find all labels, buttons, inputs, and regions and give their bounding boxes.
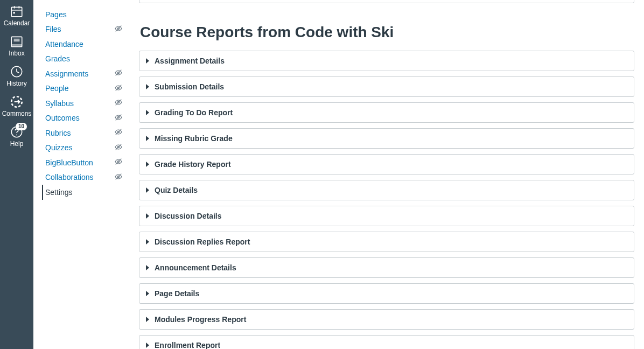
- report-label: Announcement Details: [155, 263, 236, 272]
- report-row[interactable]: Discussion Replies Report: [139, 232, 634, 252]
- course-nav-link[interactable]: Outcomes: [45, 114, 80, 122]
- nav-help[interactable]: 10 Help: [0, 122, 33, 152]
- disclosure-triangle-icon: [146, 136, 149, 141]
- report-label: Assignment Details: [155, 57, 225, 65]
- calendar-icon: [10, 4, 24, 18]
- disclosure-triangle-icon: [146, 343, 149, 348]
- help-badge: 10: [16, 123, 27, 130]
- reports-list: Assignment DetailsSubmission DetailsGrad…: [139, 51, 634, 349]
- hidden-icon: [114, 24, 123, 34]
- hidden-icon: [114, 98, 123, 108]
- svg-line-11: [17, 72, 19, 73]
- disclosure-triangle-icon: [146, 84, 149, 89]
- course-nav-item[interactable]: Attendance: [45, 37, 129, 52]
- course-nav-link[interactable]: Pages: [45, 10, 67, 19]
- nav-history[interactable]: History: [0, 61, 33, 92]
- course-nav-link[interactable]: BigBlueButton: [45, 158, 93, 167]
- report-row[interactable]: Quiz Details: [139, 180, 634, 200]
- report-row[interactable]: Modules Progress Report: [139, 309, 634, 330]
- inbox-icon: [10, 34, 24, 48]
- disclosure-triangle-icon: [146, 291, 149, 296]
- course-nav-link[interactable]: Assignments: [45, 69, 88, 78]
- course-nav-link[interactable]: People: [45, 84, 69, 93]
- disclosure-triangle-icon: [146, 239, 149, 245]
- course-nav: PagesFilesAttendanceGradesAssignmentsPeo…: [33, 0, 129, 349]
- hidden-icon: [114, 68, 123, 79]
- nav-help-label: Help: [10, 140, 24, 148]
- disclosure-triangle-icon: [146, 213, 149, 219]
- nav-inbox-label: Inbox: [9, 50, 24, 57]
- course-nav-item[interactable]: Settings: [42, 185, 129, 200]
- history-icon: [10, 65, 24, 79]
- report-row[interactable]: Grading To Do Report: [139, 102, 634, 123]
- course-nav-item[interactable]: People: [45, 81, 129, 96]
- course-nav-item[interactable]: Quizzes: [45, 141, 129, 156]
- hidden-icon: [114, 143, 123, 153]
- course-nav-item[interactable]: Assignments: [45, 66, 129, 81]
- nav-commons-label: Commons: [2, 110, 32, 117]
- disclosure-triangle-icon: [146, 58, 149, 64]
- report-label: Page Details: [155, 289, 199, 298]
- disclosure-triangle-icon: [146, 162, 149, 167]
- hidden-icon: [114, 172, 123, 183]
- report-row[interactable]: Discussion Details: [139, 206, 634, 226]
- nav-calendar-label: Calendar: [4, 19, 30, 27]
- course-nav-item[interactable]: Grades: [45, 52, 129, 67]
- svg-rect-0: [11, 7, 22, 16]
- main-content: Course Reports from Code with Ski Assign…: [129, 0, 644, 349]
- report-label: Discussion Replies Report: [155, 238, 250, 246]
- report-row[interactable]: Page Details: [139, 283, 634, 304]
- course-nav-list: PagesFilesAttendanceGradesAssignmentsPeo…: [45, 7, 129, 200]
- report-row[interactable]: Enrollment Report: [139, 335, 634, 349]
- report-label: Enrollment Report: [155, 341, 220, 349]
- disclosure-triangle-icon: [146, 265, 149, 270]
- commons-icon: [10, 95, 24, 109]
- report-label: Missing Rubric Grade: [155, 134, 233, 143]
- hidden-icon: [114, 83, 123, 94]
- disclosure-triangle-icon: [146, 110, 149, 115]
- disclosure-triangle-icon: [146, 187, 149, 193]
- report-label: Submission Details: [155, 82, 224, 91]
- course-nav-link[interactable]: Attendance: [45, 40, 83, 48]
- hidden-icon: [114, 113, 123, 123]
- report-label: Grading To Do Report: [155, 108, 233, 117]
- svg-point-14: [16, 135, 17, 136]
- report-label: Grade History Report: [155, 160, 231, 169]
- course-nav-item[interactable]: BigBlueButton: [45, 155, 129, 170]
- hidden-icon: [114, 128, 123, 138]
- report-row[interactable]: Assignment Details: [139, 51, 634, 71]
- report-row[interactable]: Announcement Details: [139, 257, 634, 278]
- nav-commons[interactable]: Commons: [0, 92, 33, 122]
- course-nav-link[interactable]: Quizzes: [45, 143, 73, 152]
- nav-history-label: History: [6, 80, 26, 87]
- course-nav-link[interactable]: Collaborations: [45, 173, 94, 182]
- course-nav-item[interactable]: Outcomes: [45, 111, 129, 126]
- course-nav-item[interactable]: Pages: [45, 7, 129, 22]
- report-row[interactable]: Submission Details: [139, 76, 634, 97]
- course-nav-link[interactable]: Syllabus: [45, 99, 74, 108]
- course-nav-item[interactable]: Collaborations: [45, 170, 129, 185]
- svg-rect-4: [13, 12, 15, 13]
- course-nav-link[interactable]: Grades: [45, 54, 70, 63]
- course-nav-link[interactable]: Files: [45, 25, 61, 33]
- course-nav-item[interactable]: Rubrics: [45, 125, 129, 141]
- course-nav-link[interactable]: Rubrics: [45, 129, 71, 137]
- page-title: Course Reports from Code with Ski: [140, 24, 634, 41]
- report-row[interactable]: Missing Rubric Grade: [139, 128, 634, 149]
- disclosure-triangle-icon: [146, 317, 149, 322]
- course-nav-item[interactable]: Syllabus: [45, 96, 129, 111]
- report-row[interactable]: Grade History Report: [139, 154, 634, 174]
- report-label: Modules Progress Report: [155, 315, 246, 324]
- top-card-fragment: [139, 0, 634, 3]
- nav-inbox[interactable]: Inbox: [0, 31, 33, 61]
- hidden-icon: [114, 157, 123, 167]
- global-nav: Calendar Inbox History Commons 10 Help: [0, 0, 33, 349]
- report-label: Quiz Details: [155, 186, 198, 194]
- report-label: Discussion Details: [155, 212, 222, 220]
- course-nav-link[interactable]: Settings: [45, 188, 73, 197]
- nav-calendar[interactable]: Calendar: [0, 1, 33, 31]
- course-nav-item[interactable]: Files: [45, 22, 129, 37]
- svg-rect-6: [11, 45, 22, 47]
